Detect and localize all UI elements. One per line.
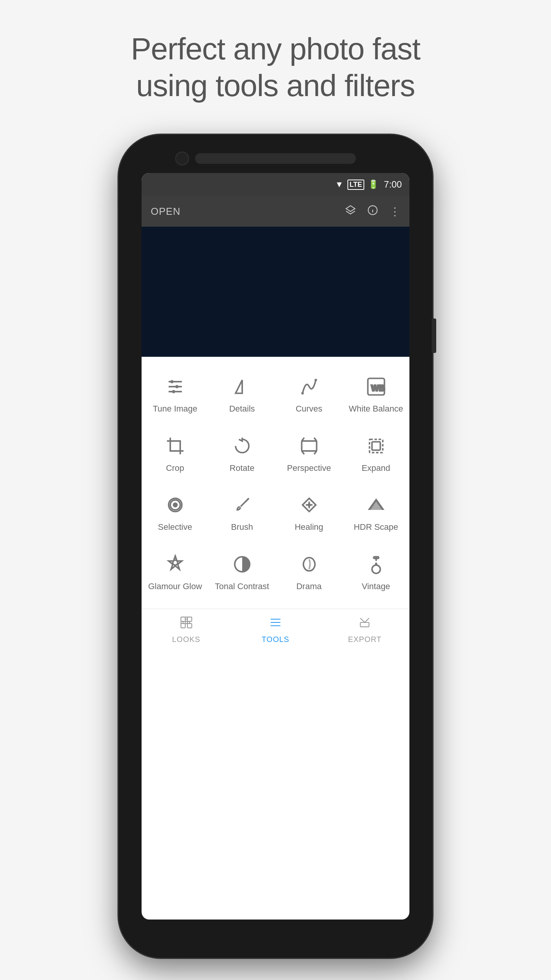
tool-details[interactable]: Details [209,364,276,424]
headline: Perfect any photo fast using tools and f… [108,31,443,104]
svg-point-12 [315,379,317,381]
info-icon[interactable] [367,205,378,218]
svg-point-23 [173,503,178,508]
svg-rect-15 [302,441,316,451]
headline-line2: using tools and filters [136,69,415,103]
selective-label: Selective [158,522,192,533]
tools-icon [269,616,282,632]
app-toolbar: OPEN ⋮ [142,196,409,227]
crop-icon [164,434,187,457]
clock: 7:00 [384,179,402,190]
details-label: Details [229,403,255,415]
svg-point-8 [175,385,179,389]
hdr-icon [365,493,388,516]
phone-speaker [195,153,356,164]
phone-mockup: ▼ LTE 🔋 7:00 OPEN [119,135,432,958]
svg-rect-21 [372,442,380,450]
crop-label: Crop [166,463,184,474]
tool-perspective[interactable]: Perspective [276,424,342,483]
tool-selective[interactable]: Selective [142,483,209,542]
tool-glamour-glow[interactable]: Glamour Glow [142,542,209,601]
svg-rect-49 [360,622,369,627]
svg-rect-48 [187,624,191,628]
healing-icon [298,493,321,516]
tool-tune-image[interactable]: Tune Image [142,364,209,424]
details-icon [231,375,254,398]
svg-rect-43 [187,617,191,621]
nav-looks[interactable]: LOOKS [142,609,231,651]
svg-point-11 [301,392,304,395]
curves-label: Curves [296,403,323,415]
tune-image-label: Tune Image [153,403,197,415]
glamour-label: Glamour Glow [148,581,202,592]
svg-marker-0 [346,206,355,211]
svg-marker-10 [235,380,242,394]
more-icon[interactable]: ⋮ [390,205,400,218]
toolbar-icons: ⋮ [345,205,400,218]
svg-rect-47 [181,624,185,628]
expand-icon [365,434,388,457]
looks-icon [180,616,193,632]
tool-tonal-contrast[interactable]: Tonal Contrast [209,542,276,601]
phone-camera [175,152,189,165]
power-button [432,318,436,353]
curves-icon [298,375,321,398]
rotate-icon [231,434,254,457]
bottom-nav: LOOKS TOOLS EXPORT [142,609,409,651]
hdr-label: HDR Scape [354,522,398,533]
brush-icon [231,493,254,516]
wb-label: White Balance [349,403,403,415]
tool-drama[interactable]: Drama [276,542,342,601]
drama-icon [298,553,321,576]
tune-image-icon [164,375,187,398]
drama-label: Drama [296,581,321,592]
looks-label: LOOKS [172,635,201,644]
wifi-icon: ▼ [335,180,344,189]
svg-text:WB: WB [371,383,385,393]
svg-point-33 [173,560,178,565]
headline-line1: Perfect any photo fast [131,32,420,66]
tool-white-balance[interactable]: WB White Balance [342,364,409,424]
tool-crop[interactable]: Crop [142,424,209,483]
glamour-icon [164,553,187,576]
tool-vintage[interactable]: Vintage [342,542,409,601]
export-icon [358,616,371,632]
tool-healing[interactable]: Healing [276,483,342,542]
battery-icon: 🔋 [368,180,378,189]
brush-label: Brush [231,522,253,533]
rotate-label: Rotate [230,463,254,474]
tool-hdr-scape[interactable]: HDR Scape [342,483,409,542]
export-label: EXPORT [348,635,381,644]
open-button[interactable]: OPEN [151,206,345,217]
perspective-label: Perspective [287,463,331,474]
vintage-icon [365,553,388,576]
perspective-icon [298,434,321,457]
svg-point-9 [172,390,175,394]
tonal-icon [231,553,254,576]
svg-line-25 [245,498,249,502]
tool-grid: Tune Image Details [142,364,409,601]
svg-marker-32 [168,556,182,569]
svg-rect-41 [181,617,185,621]
layers-icon[interactable] [345,205,356,218]
wb-icon: WB [365,375,388,398]
lte-badge: LTE [347,180,365,190]
tool-rotate[interactable]: Rotate [209,424,276,483]
svg-point-7 [170,380,174,384]
selective-icon [164,493,187,516]
tool-curves[interactable]: Curves [276,364,342,424]
phone-screen: ▼ LTE 🔋 7:00 OPEN [142,173,409,920]
svg-point-39 [372,565,380,573]
nav-tools[interactable]: TOOLS [231,609,320,651]
nav-export[interactable]: EXPORT [320,609,409,651]
photo-area [142,227,409,357]
svg-point-29 [307,503,311,507]
status-bar: ▼ LTE 🔋 7:00 [142,173,409,196]
tools-panel: Tune Image Details [142,357,409,609]
tools-label: TOOLS [262,635,289,644]
tool-brush[interactable]: Brush [209,483,276,542]
healing-label: Healing [295,522,323,533]
vintage-label: Vintage [362,581,390,592]
tonal-label: Tonal Contrast [215,581,269,592]
tool-expand[interactable]: Expand [342,424,409,483]
